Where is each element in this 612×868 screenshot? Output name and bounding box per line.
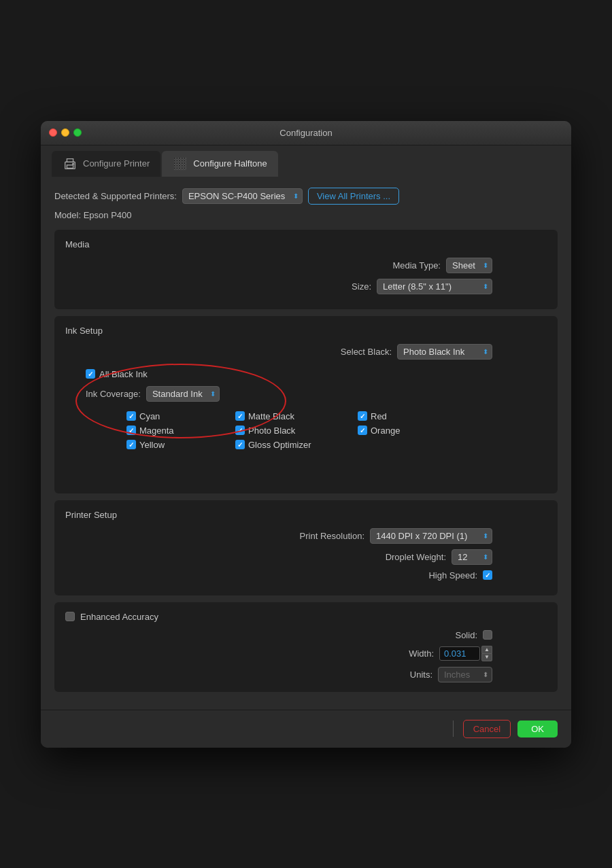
printer-select[interactable]: EPSON SC-P400 Series xyxy=(182,188,303,204)
traffic-lights xyxy=(49,128,82,137)
oval-annotation-area: All Black Ink Ink Coverage: Standard Ink… xyxy=(65,369,547,402)
width-stepper: ▲ ▼ xyxy=(481,646,492,661)
printer-select-wrapper[interactable]: EPSON SC-P400 Series ⬍ xyxy=(182,188,303,204)
photo-black-label: Photo Black xyxy=(248,426,295,436)
width-stepper-down[interactable]: ▼ xyxy=(481,653,492,661)
footer-divider xyxy=(453,721,454,737)
photo-black-checkbox[interactable] xyxy=(235,426,245,435)
media-type-select[interactable]: Sheet xyxy=(446,258,492,273)
detected-printers-row: Detected & Supported Printers: EPSON SC-… xyxy=(54,188,558,205)
yellow-label: Yellow xyxy=(139,440,165,450)
ink-coverage-wrapper[interactable]: Standard Ink ⬍ xyxy=(146,386,220,402)
magenta-label: Magenta xyxy=(139,426,174,436)
ink-channel-photo-black: Photo Black xyxy=(235,426,358,436)
width-input[interactable] xyxy=(439,646,480,661)
ok-button[interactable]: OK xyxy=(517,721,558,737)
media-section: Media Media Type: Sheet ⬍ Size: Letter (… xyxy=(54,230,558,309)
gloss-optimizer-label: Gloss Optimizer xyxy=(248,440,311,450)
media-section-title: Media xyxy=(65,239,547,249)
svg-rect-1 xyxy=(67,164,73,168)
droplet-weight-select[interactable]: 12 xyxy=(452,549,492,565)
enhanced-accuracy-title: Enhanced Accuracy xyxy=(80,612,158,622)
orange-label: Orange xyxy=(371,426,400,436)
tab-configure-halftone-label: Configure Halftone xyxy=(193,158,267,169)
ink-channel-magenta: Magenta xyxy=(126,426,235,436)
size-select[interactable]: Letter (8.5" x 11") xyxy=(377,279,492,294)
all-black-ink-label: All Black Ink xyxy=(99,369,148,379)
footer: Cancel OK xyxy=(41,710,571,748)
size-row: Size: Letter (8.5" x 11") ⬍ xyxy=(65,279,547,294)
width-input-group: ▲ ▼ xyxy=(439,646,492,661)
ink-coverage-label: Ink Coverage: xyxy=(86,389,141,399)
configuration-window: Configuration Configure Printer Configur… xyxy=(41,121,571,748)
gloss-optimizer-checkbox[interactable] xyxy=(235,440,245,449)
size-label: Size: xyxy=(352,281,371,292)
cyan-label: Cyan xyxy=(139,411,160,421)
cancel-button[interactable]: Cancel xyxy=(463,720,511,738)
orange-checkbox[interactable] xyxy=(358,426,367,435)
droplet-weight-wrapper[interactable]: 12 ⬍ xyxy=(452,549,492,565)
print-resolution-wrapper[interactable]: 1440 DPI x 720 DPI (1) ⬍ xyxy=(370,528,492,544)
ink-setup-section: Ink Setup Select Black: Photo Black Ink … xyxy=(54,316,558,493)
units-select-wrapper[interactable]: Inches ⬍ xyxy=(438,667,492,682)
print-resolution-select[interactable]: 1440 DPI x 720 DPI (1) xyxy=(370,528,492,544)
select-black-label: Select Black: xyxy=(341,347,392,357)
red-checkbox[interactable] xyxy=(358,411,367,421)
model-label: Model: Epson P400 xyxy=(54,210,132,220)
droplet-weight-label: Droplet Weight: xyxy=(386,552,446,562)
all-black-ink-row: All Black Ink xyxy=(86,369,547,379)
solid-row: Solid: xyxy=(65,630,547,640)
print-resolution-label: Print Resolution: xyxy=(300,531,364,541)
media-type-select-wrapper[interactable]: Sheet ⬍ xyxy=(446,258,492,273)
ink-channel-matte-black: Matte Black xyxy=(235,411,358,421)
high-speed-label: High Speed: xyxy=(428,570,477,580)
tab-configure-printer-label: Configure Printer xyxy=(83,158,150,169)
title-bar: Configuration xyxy=(41,121,571,145)
ink-channel-orange: Orange xyxy=(358,426,439,436)
halftone-icon xyxy=(173,156,188,171)
all-black-ink-checkbox[interactable] xyxy=(86,369,95,379)
solid-checkbox[interactable] xyxy=(483,630,492,640)
select-black-wrapper[interactable]: Photo Black Ink ⬍ xyxy=(397,344,492,360)
ink-setup-title: Ink Setup xyxy=(65,326,547,336)
width-row: Width: ▲ ▼ xyxy=(65,646,547,661)
model-row: Model: Epson P400 xyxy=(54,210,558,220)
ink-channel-cyan: Cyan xyxy=(126,411,235,421)
enhanced-accuracy-title-row: Enhanced Accuracy xyxy=(65,612,547,622)
solid-label: Solid: xyxy=(455,630,477,640)
tab-configure-printer[interactable]: Configure Printer xyxy=(52,151,160,177)
ink-channel-red: Red xyxy=(358,411,439,421)
matte-black-checkbox[interactable] xyxy=(235,411,245,421)
ink-channel-yellow: Yellow xyxy=(126,440,235,450)
size-select-wrapper[interactable]: Letter (8.5" x 11") ⬍ xyxy=(377,279,492,294)
droplet-weight-row: Droplet Weight: 12 ⬍ xyxy=(65,549,547,565)
minimize-button[interactable] xyxy=(61,128,69,137)
ink-coverage-row: Ink Coverage: Standard Ink ⬍ xyxy=(86,386,547,402)
ink-coverage-select[interactable]: Standard Ink xyxy=(146,386,220,402)
width-stepper-up[interactable]: ▲ xyxy=(481,646,492,653)
view-all-printers-button[interactable]: View All Printers ... xyxy=(308,188,399,205)
close-button[interactable] xyxy=(49,128,57,137)
svg-rect-6 xyxy=(174,157,186,169)
svg-point-2 xyxy=(73,163,74,164)
enhanced-accuracy-checkbox[interactable] xyxy=(65,612,75,621)
maximize-button[interactable] xyxy=(73,128,82,137)
magenta-checkbox[interactable] xyxy=(126,426,136,435)
ink-channels-grid: Cyan Matte Black Red Magenta Photo xyxy=(126,411,547,450)
window-title: Configuration xyxy=(279,128,332,138)
detected-printers-label: Detected & Supported Printers: xyxy=(54,191,177,201)
media-type-label: Media Type: xyxy=(392,260,441,271)
enhanced-accuracy-section: Enhanced Accuracy Solid: Width: ▲ ▼ xyxy=(54,602,558,692)
units-select[interactable]: Inches xyxy=(438,667,492,682)
yellow-checkbox[interactable] xyxy=(126,440,136,449)
printer-setup-title: Printer Setup xyxy=(65,510,547,520)
ink-channel-gloss-optimizer: Gloss Optimizer xyxy=(235,440,358,450)
cyan-checkbox[interactable] xyxy=(126,411,136,421)
main-content: Detected & Supported Printers: EPSON SC-… xyxy=(41,177,571,710)
tabs-bar: Configure Printer Configure Halftone xyxy=(41,145,571,177)
select-black-dropdown[interactable]: Photo Black Ink xyxy=(397,344,492,360)
tab-configure-halftone[interactable]: Configure Halftone xyxy=(162,151,277,177)
width-label: Width: xyxy=(409,648,434,659)
high-speed-checkbox[interactable] xyxy=(483,570,492,580)
select-black-row: Select Black: Photo Black Ink ⬍ xyxy=(65,344,547,360)
